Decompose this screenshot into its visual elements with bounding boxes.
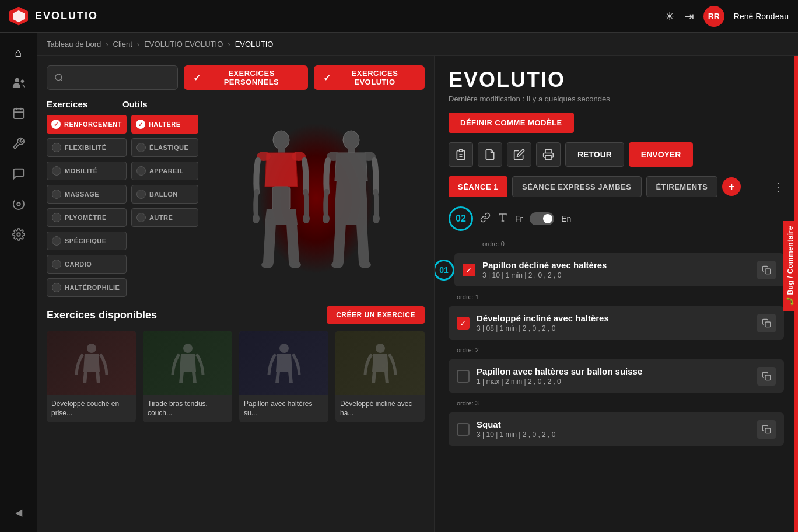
sidebar-item-calendar[interactable] <box>6 100 32 126</box>
retour-btn[interactable]: RETOUR <box>565 142 624 167</box>
sidebar-item-users[interactable] <box>6 70 32 96</box>
exercise-card-1[interactable]: Tirade bras tendus, couch... <box>143 331 232 422</box>
search-input[interactable] <box>68 73 170 82</box>
print-btn[interactable] <box>536 142 561 167</box>
envoyer-btn[interactable]: ENVOYER <box>629 142 693 167</box>
filter-cardio[interactable]: CARDIO <box>47 255 127 274</box>
tab-etirements[interactable]: ÉTIREMENTS <box>646 176 718 197</box>
exercise-info-2: Papillon avec haltères sur ballon suisse… <box>477 366 750 386</box>
app-logo <box>9 7 28 26</box>
define-model-btn[interactable]: DÉFINIR COMME MODÈLE <box>449 113 574 133</box>
filter-specifique[interactable]: SPÉCIFIQUE <box>47 232 127 250</box>
filter-mobilite[interactable]: MOBILITÉ <box>47 162 127 180</box>
exercise-copy-btn-1[interactable] <box>757 314 776 332</box>
lang-en-label: En <box>561 214 571 223</box>
breadcrumb-client[interactable]: Client <box>113 40 132 48</box>
exercise-info-3: Squat 3 | 10 | 1 min | 2 , 0 , 2 , 0 <box>477 419 750 439</box>
exercise-card-label-0: Développé couché en prise... <box>47 395 136 422</box>
create-exercise-btn[interactable]: CRÉER UN EXERCICE <box>327 306 425 324</box>
search-box[interactable] <box>47 65 178 90</box>
main-content: ✓ EXERCICES PERSONNELS ✓ EXERCICES EVOLU… <box>37 56 798 532</box>
exercices-evolutio-btn[interactable]: ✓ EXERCICES EVOLUTIO <box>314 65 425 90</box>
exercise-checkbox-3[interactable] <box>457 423 470 436</box>
breadcrumb: Tableau de bord › Client › EVOLUTIO EVOL… <box>37 33 798 56</box>
col-headers: Exercices Outils <box>47 99 198 109</box>
exercise-number-01: 01 <box>434 260 454 281</box>
filter-halterophilie[interactable]: HALTÉROPHILIE <box>47 278 127 297</box>
filter-plyometre[interactable]: PLYOMÈTRE <box>47 208 127 227</box>
svg-point-18 <box>261 261 273 268</box>
exercise-row-2: Papillon avec haltères sur ballon suisse… <box>449 359 784 393</box>
link-icon[interactable] <box>480 212 491 226</box>
exercise-name-3: Squat <box>477 419 750 429</box>
filter-haltere[interactable]: ✓ HALTÈRE <box>131 115 198 134</box>
sidebar-collapse-btn[interactable]: ◀ <box>6 499 32 525</box>
breadcrumb-evolutio-evolutio[interactable]: EVOLUTIO EVOLUTIO <box>144 40 223 48</box>
order-label-0: ordre: 0 <box>449 240 784 249</box>
svg-marker-0 <box>13 10 24 22</box>
edit-btn[interactable] <box>507 142 531 167</box>
exercise-card-label-1: Tirade bras tendus, couch... <box>143 395 232 422</box>
filter-elastique[interactable]: ÉLASTIQUE <box>131 138 198 157</box>
svg-line-10 <box>61 79 62 81</box>
svg-rect-32 <box>460 150 463 152</box>
exercise-copy-btn-3[interactable] <box>757 420 776 439</box>
svg-point-2 <box>20 80 23 83</box>
filter-massage[interactable]: MASSAGE <box>47 185 127 204</box>
search-filter-row: ✓ EXERCICES PERSONNELS ✓ EXERCICES EVOLU… <box>47 65 425 90</box>
filter-columns: Exercices Outils ✓ RENFORCEMENT FLEXIBIL… <box>47 99 198 297</box>
seance-tabs: SÉANCE 1 SÉANCE EXPRESS JAMBES ÉTIREMENT… <box>449 176 784 197</box>
exercise-copy-btn-0[interactable] <box>757 261 776 279</box>
exercise-checkbox-1[interactable]: ✓ <box>457 317 470 330</box>
svg-point-26 <box>331 261 343 268</box>
bug-commentaire-btn[interactable]: 🐛 Bug / Commentaire <box>783 221 798 311</box>
breadcrumb-home[interactable]: Tableau de bord <box>47 40 101 48</box>
exercise-checkbox-0[interactable]: ✓ <box>463 264 475 276</box>
exercise-card-3[interactable]: Développé incliné avec ha... <box>335 331 425 422</box>
svg-rect-39 <box>765 322 771 327</box>
exercices-personnels-btn[interactable]: ✓ EXERCICES PERSONNELS <box>184 65 308 90</box>
order-label-3: ordre: 3 <box>449 397 784 408</box>
exercise-list: ordre: 0 01 ✓ Papillon décliné avec halt… <box>449 240 784 446</box>
svg-point-7 <box>17 202 20 206</box>
sidebar-item-settings[interactable] <box>6 222 32 247</box>
user-name: René Rondeau <box>734 12 789 21</box>
logout-icon[interactable]: ⇥ <box>684 9 694 23</box>
lang-toggle[interactable] <box>530 212 554 225</box>
add-tab-btn[interactable]: + <box>722 177 741 196</box>
svg-rect-38 <box>765 269 771 274</box>
filter-renforcement[interactable]: ✓ RENFORCEMENT <box>47 115 127 134</box>
filter-ballon[interactable]: BALLON <box>131 185 198 204</box>
sidebar-item-home[interactable]: ⌂ <box>6 40 32 65</box>
notes-btn[interactable] <box>478 142 502 167</box>
tab-seance-express-jambes[interactable]: SÉANCE EXPRESS JAMBES <box>512 176 642 197</box>
svg-rect-35 <box>545 156 551 160</box>
exercise-card-0[interactable]: Développé couché en prise... <box>47 331 136 422</box>
exercises-col-header: Exercices <box>47 99 123 109</box>
theme-toggle-icon[interactable]: ☀ <box>664 9 675 23</box>
top-navigation: EVOLUTIO ☀ ⇥ RR René Rondeau <box>0 0 798 33</box>
exercise-name-0: Papillon décliné avec haltères <box>482 260 750 270</box>
avatar[interactable]: RR <box>704 6 724 27</box>
exercise-row-wrapper-0: 01 ✓ Papillon décliné avec haltères 3 | … <box>449 253 784 286</box>
sidebar-item-tools[interactable] <box>6 131 32 156</box>
exercise-card-2[interactable]: Papillon avec haltères su... <box>239 331 328 422</box>
sidebar-item-messages[interactable] <box>6 161 32 187</box>
clipboard-btn[interactable] <box>449 142 473 167</box>
filter-appareil[interactable]: APPAREIL <box>131 162 198 180</box>
sidebar-item-settings-wrench[interactable] <box>6 191 32 217</box>
text-icon[interactable] <box>498 212 508 226</box>
tab-seance-1[interactable]: SÉANCE 1 <box>449 176 508 197</box>
exercise-copy-btn-2[interactable] <box>757 367 776 386</box>
exercise-row-1: ✓ Développé incliné avec haltères 3 | 08… <box>449 306 784 340</box>
svg-point-8 <box>17 233 20 236</box>
exercise-checkbox-2[interactable] <box>457 370 470 383</box>
tab-more-btn[interactable]: ⋮ <box>772 180 784 194</box>
filter-flexibilite[interactable]: FLEXIBILITÉ <box>47 138 127 157</box>
back-body-svg <box>322 128 380 268</box>
filter-autre[interactable]: AUTRE <box>131 208 198 227</box>
svg-point-28 <box>87 344 96 353</box>
svg-point-30 <box>279 344 289 353</box>
filters-body-row: Exercices Outils ✓ RENFORCEMENT FLEXIBIL… <box>47 99 425 297</box>
exercise-filter-col: ✓ RENFORCEMENT FLEXIBILITÉ MOBILITÉ <box>47 115 127 297</box>
